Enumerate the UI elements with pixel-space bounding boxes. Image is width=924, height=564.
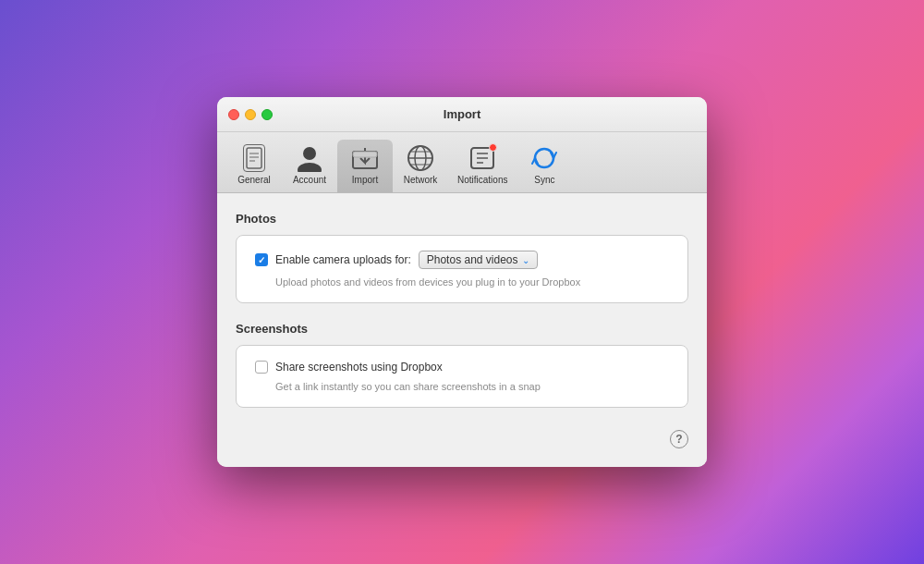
help-button[interactable]: ? [670, 430, 688, 448]
camera-uploads-checkbox[interactable] [255, 253, 268, 266]
toolbar: General Account Import [217, 132, 707, 193]
titlebar: Import [217, 97, 707, 132]
toolbar-item-account[interactable]: Account [282, 140, 337, 192]
toolbar-item-network[interactable]: Network [393, 140, 448, 192]
screenshots-description: Get a link instantly so you can share sc… [255, 381, 669, 392]
sync-label: Sync [534, 175, 554, 185]
photos-description: Upload photos and videos from devices yo… [255, 276, 669, 288]
screenshots-row: Share screenshots using Dropbox [255, 361, 669, 374]
toolbar-item-general[interactable]: General [226, 140, 282, 192]
camera-uploads-row: Enable camera uploads for: Photos and vi… [255, 251, 669, 269]
sync-icon [529, 143, 559, 173]
toolbar-item-sync[interactable]: Sync [517, 140, 572, 192]
screenshots-label: Share screenshots using Dropbox [275, 361, 443, 374]
traffic-lights [228, 109, 273, 120]
svg-rect-7 [353, 152, 377, 157]
dropdown-arrow-icon: ⌄ [522, 255, 529, 265]
screenshots-section-title: Screenshots [236, 322, 688, 336]
camera-uploads-label: Enable camera uploads for: [275, 253, 411, 266]
account-label: Account [293, 175, 326, 185]
content-area: Photos Enable camera uploads for: Photos… [217, 193, 707, 467]
notification-badge [489, 143, 497, 152]
maximize-button[interactable] [261, 109, 273, 120]
screenshots-checkbox[interactable] [255, 361, 268, 374]
app-window: Import General [217, 97, 707, 467]
photos-section-box: Enable camera uploads for: Photos and vi… [236, 235, 688, 303]
network-label: Network [404, 175, 438, 185]
notifications-label: Notifications [457, 175, 507, 185]
toolbar-item-import[interactable]: Import [337, 140, 393, 192]
svg-point-4 [303, 147, 316, 160]
toolbar-item-notifications[interactable]: Notifications [448, 140, 517, 192]
window-title: Import [444, 107, 480, 121]
general-label: General [237, 175, 271, 185]
dropdown-value: Photos and videos [427, 253, 518, 266]
general-icon [239, 143, 269, 173]
svg-rect-0 [247, 148, 261, 168]
import-label: Import [352, 175, 378, 185]
help-row: ? [236, 426, 688, 448]
import-icon [350, 143, 380, 173]
screenshots-section-box: Share screenshots using Dropbox Get a li… [236, 345, 688, 408]
network-icon [406, 143, 435, 173]
close-button[interactable] [228, 109, 239, 120]
account-icon [295, 143, 324, 173]
minimize-button[interactable] [245, 109, 256, 120]
svg-point-5 [298, 163, 322, 172]
photos-section-title: Photos [236, 212, 688, 226]
photos-videos-dropdown[interactable]: Photos and videos ⌄ [419, 251, 538, 269]
notifications-icon [468, 143, 497, 173]
